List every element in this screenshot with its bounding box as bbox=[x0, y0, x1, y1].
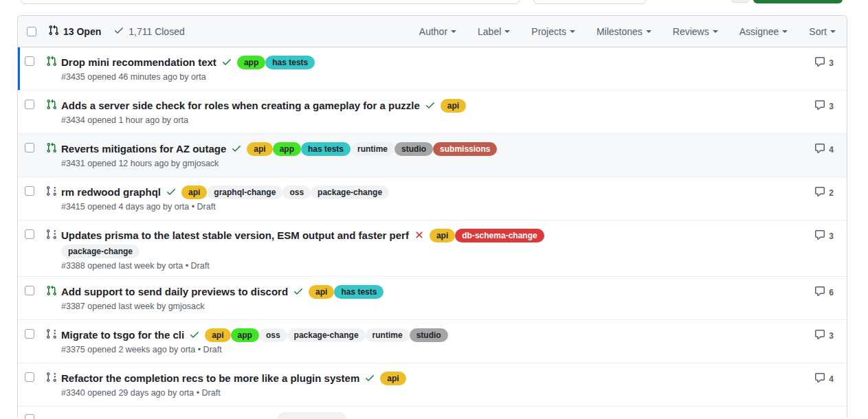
row-checkbox[interactable] bbox=[25, 329, 34, 339]
filter-projects[interactable]: Projects bbox=[531, 26, 575, 37]
comment-count[interactable]: 2 bbox=[814, 186, 840, 200]
comment-icon bbox=[814, 286, 825, 299]
pr-title[interactable]: Adds a server side check for roles when … bbox=[61, 98, 420, 113]
chevron-down-icon bbox=[830, 30, 836, 36]
comment-count-value: 4 bbox=[829, 145, 834, 155]
pr-row[interactable]: Refactor the completion recs to be more … bbox=[18, 363, 847, 407]
label-package-change[interactable]: package-change bbox=[287, 328, 366, 342]
label-graphql-change[interactable]: graphql-change bbox=[207, 185, 282, 199]
pr-title[interactable]: Updates prisma to the latest stable vers… bbox=[61, 228, 409, 242]
comment-icon bbox=[814, 56, 825, 70]
label-package-change[interactable]: package-change bbox=[61, 245, 140, 258]
label-api[interactable]: api bbox=[181, 185, 207, 199]
filter-milestones[interactable]: Milestones bbox=[597, 26, 652, 37]
filter-sort[interactable]: Sort bbox=[809, 26, 836, 37]
pull-request-state-icon bbox=[46, 285, 57, 296]
label-api[interactable]: api bbox=[205, 328, 230, 342]
select-all-checkbox[interactable] bbox=[27, 27, 36, 36]
comment-count[interactable]: 3 bbox=[814, 100, 840, 113]
label-oss[interactable]: oss bbox=[259, 328, 287, 342]
label-studio[interactable]: studio bbox=[410, 328, 448, 342]
closed-count-label: 1,711 Closed bbox=[129, 26, 184, 37]
label-api[interactable]: api bbox=[430, 229, 455, 242]
label-api[interactable]: api bbox=[380, 372, 405, 385]
filter-author[interactable]: Author bbox=[419, 26, 456, 37]
pr-row[interactable]: Add support to send daily previews to di… bbox=[18, 277, 847, 320]
pr-title[interactable]: Reverts mitigations for AZ outage bbox=[61, 141, 226, 156]
pr-row[interactable]: Reverts mitigations for AZ outage apiapp… bbox=[18, 134, 847, 177]
search-input[interactable] bbox=[21, 0, 520, 4]
row-checkbox[interactable] bbox=[25, 286, 34, 295]
selected-row-accent bbox=[18, 47, 20, 90]
pull-request-icon bbox=[48, 25, 59, 38]
pr-title[interactable]: Add support to send daily previews to di… bbox=[61, 284, 288, 299]
label-submissions[interactable]: submissions bbox=[433, 142, 497, 156]
pr-row[interactable]: Updates prisma to the latest stable vers… bbox=[18, 220, 847, 277]
label-app[interactable]: app bbox=[231, 328, 259, 342]
row-checkbox[interactable] bbox=[25, 143, 34, 152]
label-api[interactable]: api bbox=[309, 285, 334, 299]
pr-title[interactable]: Drop mini recommendation text bbox=[61, 55, 216, 69]
check-icon bbox=[231, 143, 242, 154]
chevron-down-icon bbox=[451, 30, 456, 36]
chevron-down-icon bbox=[570, 30, 575, 36]
pull-request-state-icon bbox=[46, 185, 57, 196]
label-api[interactable]: api bbox=[441, 99, 466, 113]
row-checkbox[interactable] bbox=[25, 372, 34, 382]
comment-icon bbox=[814, 143, 825, 157]
list-header: 13 Open 1,711 Closed Author Label Projec… bbox=[18, 16, 847, 47]
comment-count[interactable]: 6 bbox=[814, 286, 840, 299]
label-has-tests[interactable]: has tests bbox=[301, 142, 350, 156]
pr-row[interactable]: Migrate to tsgo for the cli apiapposspac… bbox=[18, 320, 847, 363]
label-group: apigraphql-changeosspackage-change bbox=[181, 184, 389, 199]
label-has-tests[interactable]: has tests bbox=[265, 56, 315, 69]
row-checkbox[interactable] bbox=[25, 100, 34, 109]
label-group-line2: package-change bbox=[61, 245, 814, 258]
comment-count[interactable]: 3 bbox=[814, 329, 840, 343]
row-checkbox[interactable] bbox=[25, 56, 34, 66]
label-db-schema-change[interactable]: db-schema-change bbox=[455, 229, 544, 242]
chevron-down-icon bbox=[713, 30, 718, 36]
row-checkbox[interactable] bbox=[25, 186, 34, 196]
row-checkbox[interactable] bbox=[25, 229, 34, 239]
comment-count[interactable]: 3 bbox=[814, 229, 840, 243]
pr-row[interactable]: rm redwood graphql apigraphql-changeossp… bbox=[18, 177, 847, 220]
closed-tab[interactable]: 1,711 Closed bbox=[113, 25, 184, 38]
label-api[interactable]: api bbox=[247, 142, 272, 156]
comment-count[interactable]: 4 bbox=[814, 143, 840, 157]
filter-label[interactable]: Label bbox=[478, 26, 510, 37]
rows-container: Drop mini recommendation text apphas tes… bbox=[18, 47, 847, 418]
label-group: apiapposspackage-changeruntimestudio bbox=[205, 327, 447, 342]
label-oss[interactable]: oss bbox=[282, 185, 311, 199]
filter-reviews[interactable]: Reviews bbox=[673, 26, 718, 37]
filter-assignee[interactable]: Assignee bbox=[739, 26, 788, 37]
comment-icon bbox=[814, 329, 825, 343]
pr-row-partial[interactable] bbox=[18, 407, 847, 418]
label-package-change[interactable]: package-change bbox=[311, 185, 389, 199]
label-app[interactable]: app bbox=[273, 142, 301, 156]
pr-title[interactable]: Migrate to tsgo for the cli bbox=[61, 328, 184, 342]
x-icon bbox=[414, 229, 425, 240]
check-icon bbox=[113, 25, 124, 38]
pr-row[interactable]: Adds a server side check for roles when … bbox=[18, 91, 847, 134]
comment-count[interactable]: 3 bbox=[814, 56, 840, 70]
label-group: apiapphas testsruntimestudiosubmissions bbox=[247, 141, 497, 156]
open-tab[interactable]: 13 Open bbox=[48, 25, 101, 38]
label-has-tests[interactable]: has tests bbox=[334, 285, 383, 299]
open-count-label: 13 Open bbox=[63, 26, 101, 37]
pr-title[interactable]: Refactor the completion recs to be more … bbox=[61, 371, 359, 385]
label-runtime[interactable]: runtime bbox=[350, 142, 394, 156]
pull-request-state-icon bbox=[46, 372, 57, 383]
comment-icon bbox=[814, 100, 825, 113]
pr-row[interactable]: Drop mini recommendation text apphas tes… bbox=[18, 47, 847, 91]
label-runtime[interactable]: runtime bbox=[366, 328, 410, 342]
pr-meta: #3387 opened last week by gmjosack bbox=[61, 302, 814, 311]
pr-title[interactable]: rm redwood graphql bbox=[61, 185, 161, 199]
label-app[interactable]: app bbox=[237, 56, 265, 69]
comment-icon bbox=[814, 229, 825, 243]
new-pull-request-button[interactable] bbox=[753, 0, 843, 3]
comment-count[interactable]: 4 bbox=[814, 372, 840, 386]
labels-milestones-buttons[interactable] bbox=[533, 0, 646, 4]
label-studio[interactable]: studio bbox=[394, 142, 433, 156]
row-checkbox[interactable] bbox=[25, 414, 34, 419]
